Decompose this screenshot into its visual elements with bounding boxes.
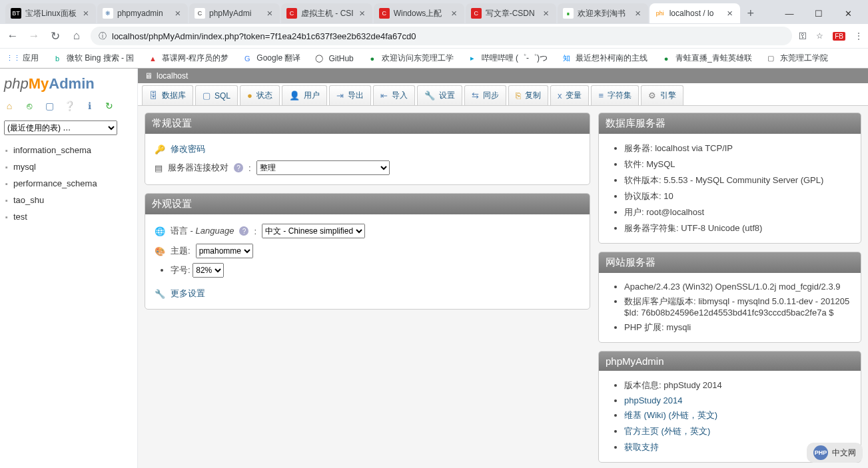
tab-close-icon[interactable]: × (358, 9, 367, 18)
tab-icon: ⇆ (472, 91, 479, 101)
help-icon[interactable]: ℹ (84, 101, 95, 111)
bookmark-item[interactable]: ⋮⋮应用 (8, 53, 39, 64)
database-item[interactable]: ▪information_schema (4, 142, 133, 158)
tab-close-icon[interactable]: × (81, 9, 91, 18)
fontsize-select[interactable]: 82% (193, 263, 224, 278)
close-window-button[interactable]: ✕ (833, 9, 863, 19)
more-settings-link[interactable]: 更多设置 (171, 288, 205, 300)
main-tab[interactable]: ⚙引擎 (641, 85, 683, 105)
panel-title: 外观设置 (145, 194, 590, 214)
pma-link[interactable]: 获取支持 (624, 442, 659, 452)
tab-icon: 👤 (289, 91, 300, 101)
theme-select[interactable]: pmahomme (196, 244, 253, 258)
database-item[interactable]: ▪mysql (4, 158, 133, 175)
new-tab-button[interactable]: + (741, 7, 760, 21)
main-tab[interactable]: ⇆同步 (464, 85, 506, 105)
forward-button[interactable]: → (27, 29, 41, 43)
info-item: 软件: MySQL (624, 156, 851, 172)
back-button[interactable]: ← (5, 29, 20, 43)
theme-icon: 🎨 (155, 246, 165, 256)
bookmark-item[interactable]: ◯GitHub (314, 53, 353, 64)
language-icon: 🌐 (155, 226, 165, 236)
bookmark-favicon: b (52, 53, 63, 64)
help-icon[interactable]: ? (234, 163, 243, 172)
bookmark-item[interactable]: ●欢迎访问东莞理工学 (367, 53, 454, 64)
collation-select[interactable]: 整理 (256, 160, 390, 175)
browser-tab[interactable]: ❋ phpmyadmin × (97, 3, 188, 23)
main-tab[interactable]: ⎘复制 (508, 85, 548, 105)
tab-close-icon[interactable]: × (634, 9, 643, 18)
main-tab[interactable]: 🗄数据库 (142, 85, 193, 105)
bookmark-item[interactable]: 知最近想补柯南的主线 (561, 53, 648, 64)
tab-favicon: ❋ (103, 8, 113, 19)
tab-label: 复制 (525, 90, 541, 101)
database-item[interactable]: ▪tao_shu (4, 192, 133, 208)
db-icon: ▪ (5, 213, 8, 221)
reload-nav-icon[interactable]: ↻ (104, 101, 115, 111)
address-bar[interactable]: ⓘ localhost/phpMyAdmin/index.php?token=7… (91, 27, 792, 45)
tab-close-icon[interactable]: × (542, 9, 551, 18)
database-item[interactable]: ▪test (4, 208, 133, 225)
browser-tab[interactable]: BT 宝塔Linux面板 × (5, 3, 96, 23)
pma-link[interactable]: phpStudy 2014 (624, 395, 682, 405)
browser-tab[interactable]: ∎ 欢迎来到淘书 × (558, 3, 648, 23)
sql-icon[interactable]: ▢ (44, 101, 55, 111)
db-name: tao_shu (13, 195, 44, 205)
maximize-button[interactable]: ☐ (804, 9, 833, 19)
main-tab[interactable]: ⇥导出 (329, 85, 371, 105)
tab-close-icon[interactable]: × (450, 9, 459, 18)
menu-icon[interactable]: ⋮ (855, 31, 863, 41)
db-icon: ▪ (5, 146, 8, 154)
main-tab[interactable]: x变量 (550, 85, 590, 105)
key-icon[interactable]: ⚿ (799, 31, 807, 41)
server-name[interactable]: localhost (157, 71, 188, 81)
pma-link[interactable]: 官方主页 (外链，英文) (624, 426, 710, 436)
extension-icon[interactable]: FB (833, 32, 845, 41)
main-tab[interactable]: ●状态 (240, 85, 280, 105)
bookmark-item[interactable]: ●青蛙直播_青蛙英雄联 (661, 53, 752, 64)
info-item: 协议版本: 10 (624, 188, 851, 204)
minimize-button[interactable]: — (775, 9, 804, 19)
main-tab[interactable]: 👤用户 (282, 85, 327, 105)
bookmark-favicon: ● (661, 53, 671, 64)
main-tab[interactable]: ⇤导入 (373, 85, 415, 105)
site-info-icon[interactable]: ⓘ (99, 31, 107, 42)
bookmark-item[interactable]: GGoogle 翻译 (242, 53, 300, 64)
pma-link[interactable]: 维基 (Wiki) (外链，英文) (624, 410, 717, 420)
bookmark-item[interactable]: ▲慕课网-程序员的梦 (147, 53, 228, 64)
tab-icon: ⇤ (380, 91, 388, 101)
browser-tab[interactable]: C 写文章-CSDN × (466, 3, 556, 23)
change-password-link[interactable]: 修改密码 (171, 143, 205, 155)
tab-close-icon[interactable]: × (173, 9, 183, 18)
main-tab[interactable]: ▢SQL (195, 85, 238, 105)
info-item: 软件版本: 5.5.53 - MySQL Community Server (G… (624, 172, 851, 188)
language-select[interactable]: 中文 - Chinese simplified (262, 224, 365, 238)
tab-close-icon[interactable]: × (265, 9, 274, 18)
home-button[interactable]: ⌂ (69, 29, 84, 43)
browser-tab[interactable]: C phpMyAdmi × (189, 3, 280, 23)
bookmark-item[interactable]: b微软 Bing 搜索 - 国 (52, 53, 134, 64)
help-icon[interactable]: ? (239, 226, 248, 236)
home-icon[interactable]: ⌂ (4, 101, 15, 111)
logout-icon[interactable]: ⎋ (24, 101, 35, 111)
sidebar-icon-row: ⌂ ⎋ ▢ ❔ ℹ ↻ (4, 98, 133, 118)
db-name: test (13, 212, 27, 222)
tab-title: 虚拟主机 - CSI (301, 8, 354, 19)
bookmark-item[interactable]: ▢东莞理工学院 (765, 53, 828, 64)
tab-icon: ⚙ (648, 91, 656, 101)
tab-label: 用户 (304, 90, 320, 101)
browser-tab[interactable]: C Windows上配 × (374, 3, 464, 23)
browser-tab[interactable]: phi localhost / lo × (650, 3, 740, 23)
reload-button[interactable]: ↻ (48, 29, 63, 43)
docs-icon[interactable]: ❔ (64, 101, 75, 111)
recent-tables-select[interactable]: (最近使用的表) … (4, 120, 117, 135)
tab-close-icon[interactable]: × (725, 9, 735, 18)
browser-tab[interactable]: C 虚拟主机 - CSI × (281, 3, 372, 23)
main-tab[interactable]: 🔧设置 (417, 85, 462, 105)
tab-favicon: C (286, 8, 297, 19)
star-icon[interactable]: ☆ (816, 31, 823, 41)
bookmark-item[interactable]: ▸哔哩哔哩 (゜-゜)つ (467, 53, 548, 64)
main-tab[interactable]: ≡字符集 (591, 85, 639, 105)
database-item[interactable]: ▪performance_schema (4, 175, 133, 192)
bookmark-label: 微软 Bing 搜索 - 国 (67, 53, 134, 64)
